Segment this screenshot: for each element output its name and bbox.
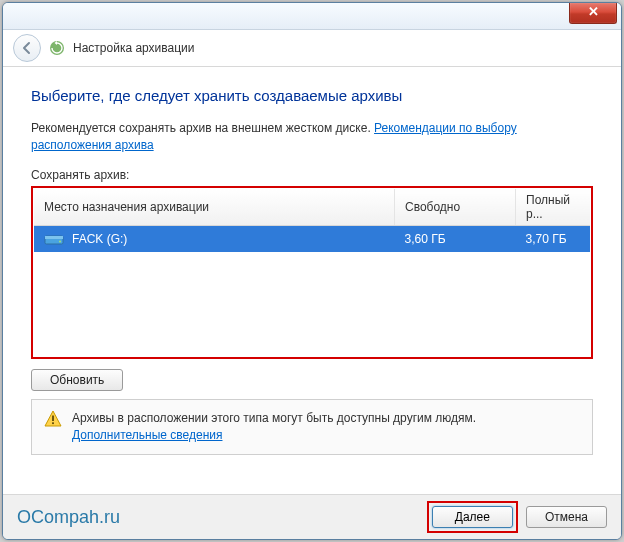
footer: OCompah.ru Далее Отмена <box>3 494 621 539</box>
warning-link[interactable]: Дополнительные сведения <box>72 428 222 442</box>
drive-total: 3,70 ГБ <box>516 225 591 252</box>
drive-table: Место назначения архивации Свободно Полн… <box>34 189 590 356</box>
page-heading: Выберите, где следует хранить создаваемы… <box>31 87 593 104</box>
arrow-left-icon <box>20 41 34 55</box>
cancel-button[interactable]: Отмена <box>526 506 607 528</box>
table-row[interactable]: FACK (G:) 3,60 ГБ 3,70 ГБ <box>34 225 590 252</box>
dialog-window: ✕ Настройка архивации Выберите, где след… <box>2 2 622 540</box>
backup-icon <box>49 40 65 56</box>
back-button[interactable] <box>13 34 41 62</box>
description: Рекомендуется сохранять архив на внешнем… <box>31 120 593 154</box>
close-icon: ✕ <box>588 4 599 19</box>
column-total[interactable]: Полный р... <box>516 189 591 226</box>
close-button[interactable]: ✕ <box>569 3 617 24</box>
drive-name: FACK (G:) <box>72 232 127 246</box>
warning-text: Архивы в расположении этого типа могут б… <box>72 411 476 425</box>
header-title: Настройка архивации <box>73 41 195 55</box>
svg-point-3 <box>59 240 61 242</box>
svg-rect-5 <box>52 422 54 424</box>
description-text: Рекомендуется сохранять архив на внешнем… <box>31 121 374 135</box>
warning-box: Архивы в расположении этого типа могут б… <box>31 399 593 456</box>
table-empty-area <box>34 252 590 356</box>
header-bar: Настройка архивации <box>3 30 621 67</box>
next-button[interactable]: Далее <box>432 506 513 528</box>
content-area: Выберите, где следует хранить создаваемы… <box>3 67 621 465</box>
drive-table-highlight: Место назначения архивации Свободно Полн… <box>31 186 593 359</box>
drive-free: 3,60 ГБ <box>395 225 516 252</box>
refresh-button[interactable]: Обновить <box>31 369 123 391</box>
column-destination[interactable]: Место назначения архивации <box>34 189 395 226</box>
svg-rect-4 <box>52 415 54 421</box>
titlebar: ✕ <box>3 3 621 30</box>
drive-icon <box>44 232 64 246</box>
warning-icon <box>44 410 62 428</box>
column-free[interactable]: Свободно <box>395 189 516 226</box>
svg-rect-2 <box>45 236 63 239</box>
watermark: OCompah.ru <box>17 507 427 528</box>
next-button-highlight: Далее <box>427 501 518 533</box>
save-label: Сохранять архив: <box>31 168 593 182</box>
